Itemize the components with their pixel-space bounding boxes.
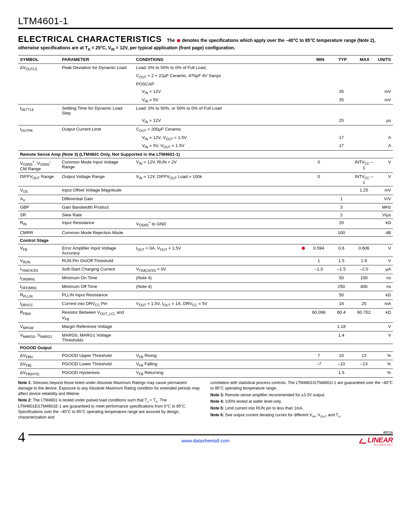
table-row: CMRRCommon Mode Rejection Mode 100dB	[18, 229, 393, 236]
table-row: VOS Input Offset Voltage Magnitude 1.25m…	[18, 186, 393, 195]
temperature-dot-icon	[302, 247, 305, 250]
notes-block: Note 1: Stresses beyond those listed und…	[18, 380, 393, 421]
table-row: tSETTLE Settling Time for Dynamic Load S…	[18, 104, 393, 117]
section-title: ELECTRICAL CHARACTERISTICS	[18, 34, 162, 44]
table-row: VIN = 12V 25μs	[18, 117, 393, 125]
table-row: VRUN RUN Pin On/Off Threshold 11.51.9V	[18, 257, 393, 265]
page-number: 4	[18, 429, 28, 445]
table-row: ΔVFBH PGOOD Upper Threshold VFB Rising 7…	[18, 351, 393, 360]
table-row: IDRVCC Current into DRVCC Pin VOUT = 1.5…	[18, 300, 393, 309]
table-row: tOFF(MIN) Minimum Off Time(Note 4) 25040…	[18, 282, 393, 291]
group-header-pgood: PGOOD Output	[18, 344, 393, 351]
th-marker	[299, 55, 308, 64]
table-row: VIN = 5V 35mV	[18, 96, 393, 104]
part-number: LTM4601-1	[18, 15, 393, 26]
table-row: IOUTPK Output Current Limit COUT = 200μF…	[18, 125, 393, 134]
table-row: DIFFVOUT Range Output Voltage Range VIN …	[18, 173, 393, 186]
group-header-remote-sense: Remote Sense Amp (Note 3) (LTM4601 Only,…	[18, 151, 393, 158]
section-header-block: ELECTRICAL CHARACTERISTICS The denotes t…	[18, 34, 393, 52]
table-row: COUT = 2 × 22μF Ceramic, 470μF 4V Sanyo	[18, 72, 393, 80]
table-row: VIN = 12V, VOUT = 1.5V 17A	[18, 134, 393, 142]
temperature-dot-icon	[177, 39, 180, 42]
table-row: SRSlew Rate 2V/μs	[18, 211, 393, 219]
table-row: RFBHI Resistor Between VOUT_LCL and VFB …	[18, 308, 393, 322]
th-max: MAX	[353, 55, 375, 64]
linear-logo: LINEAR TECHNOLOGY	[354, 436, 393, 446]
th-typ: TYP	[330, 55, 353, 64]
table-row: POSCAP	[18, 80, 393, 88]
table-row: AV Differential Gain 1V/V	[18, 195, 393, 203]
footer-url-link[interactable]: www.datasheetall.com	[181, 438, 230, 443]
table-row: VMPGM Margin Reference Voltage 1.18V	[18, 323, 393, 331]
th-conditions: CONDITIONS	[134, 55, 299, 64]
table-row: ΔVFB(HYS) PGOOD Hysteresis VFB Returning…	[18, 369, 393, 378]
th-min: MIN	[308, 55, 330, 64]
table-row: RPLLIN PLLIN Input Resistance 50kΩ	[18, 291, 393, 300]
th-symbol: SYMBOL	[18, 55, 60, 64]
table-header-row: SYMBOL PARAMETER CONDITIONS MIN TYP MAX …	[18, 55, 393, 64]
table-row: VFB Error Amplifier Input Voltage Accura…	[18, 244, 393, 257]
table-row: VIN = 12V 35mV	[18, 88, 393, 96]
table-row: tON(MIN) Minimum On Time(Note 4) 50100ns	[18, 274, 393, 282]
table-row: VMARG0, VMARG1 MARG0, MARG1 Voltage Thre…	[18, 331, 393, 344]
table-row: ΔVOUTLS Peak Deviation for Dynamic Load …	[18, 64, 393, 72]
th-parameter: PARAMETER	[60, 55, 134, 64]
page-footer: 4601fe 4 www.datasheetall.com LINEAR TEC…	[18, 434, 393, 459]
th-units: UNITS	[375, 55, 393, 64]
revision-code: 4601fe	[383, 431, 393, 434]
table-row: VIN = 5V, VOUT = 1.5V 17A	[18, 142, 393, 150]
group-header-control-stage: Control Stage	[18, 236, 393, 244]
table-row: ITRACK/SS Soft-Start Charging Current VT…	[18, 265, 393, 274]
table-row: VOSNS+, VOSNS–CM Range Common Mode Input…	[18, 158, 393, 173]
table-row: ΔVFBL PGOOD Lower Threshold VFB Falling …	[18, 360, 393, 369]
spec-table: SYMBOL PARAMETER CONDITIONS MIN TYP MAX …	[18, 55, 393, 378]
header-rule	[18, 28, 393, 29]
lt-swoosh-icon	[358, 438, 367, 445]
table-row: RIN Input Resistance VOSNS+ to GND 20kΩ	[18, 219, 393, 229]
table-row: GBPGain Bandwidth Product 3MHz	[18, 203, 393, 211]
